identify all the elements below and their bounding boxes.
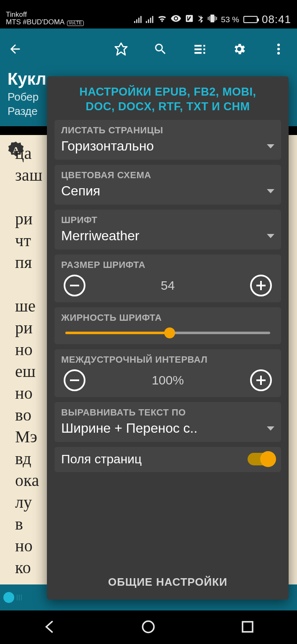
display-settings-button[interactable] (227, 36, 252, 62)
chevron-down-icon (267, 426, 274, 431)
vibrate-icon (208, 14, 217, 25)
overflow-button[interactable] (266, 36, 291, 62)
svg-point-2 (277, 52, 280, 55)
battery-icon (243, 16, 258, 23)
bluetooth-icon (198, 14, 204, 25)
page-margins-setting[interactable]: Поля страниц (54, 447, 281, 472)
line-spacing-setting: МЕЖДУСТРОЧНЫЙ ИНТЕРВАЛ 100% (54, 349, 281, 397)
search-button[interactable] (148, 36, 173, 62)
visibility-icon (171, 15, 181, 24)
back-button[interactable] (3, 36, 28, 62)
battery-percent: 53 % (221, 15, 239, 24)
font-size-decrease-button[interactable] (64, 275, 85, 296)
font-size-increase-button[interactable] (250, 275, 272, 296)
font-weight-slider[interactable] (65, 332, 270, 334)
page-flip-setting[interactable]: ЛИСТАТЬ СТРАНИЦЫ Горизонтально (54, 120, 281, 160)
svg-point-0 (277, 44, 280, 46)
font-size-label: РАЗМЕР ШРИФТА (61, 260, 274, 270)
svg-point-4 (143, 621, 154, 632)
text-align-value: Ширине + Перенос с.. (61, 421, 197, 436)
progress-ticks-icon (17, 595, 24, 600)
chevron-down-icon (267, 189, 274, 193)
page-flip-label: ЛИСТАТЬ СТРАНИЦЫ (61, 125, 274, 136)
color-scheme-setting[interactable]: ЦВЕТОВАЯ СХЕМА Сепия (54, 165, 281, 205)
general-settings-button[interactable]: ОБЩИЕ НАСТРОЙКИ (54, 566, 281, 600)
carrier-secondary: MTS #BUD'DOMA VoLTE (6, 18, 84, 26)
nav-home-button[interactable] (141, 619, 156, 636)
app-toolbar (0, 29, 297, 70)
font-family-setting[interactable]: ШРИФТ Merriweather (54, 210, 281, 249)
settings-title: НАСТРОЙКИ EPUB, FB2, MOBI, DOC, DOCX, RT… (54, 85, 281, 114)
line-spacing-decrease-button[interactable] (64, 369, 85, 391)
line-spacing-label: МЕЖДУСТРОЧНЫЙ ИНТЕРВАЛ (61, 354, 274, 365)
carrier-primary: Tinkoff (6, 11, 84, 18)
font-size-value: 54 (161, 278, 175, 293)
volte-badge: VoLTE (67, 21, 84, 26)
status-bar: Tinkoff MTS #BUD'DOMA VoLTE (0, 0, 297, 29)
line-spacing-value: 100% (152, 373, 184, 387)
font-weight-setting: ЖИРНОСТЬ ШРИФТА (54, 307, 281, 344)
nfc-icon (185, 14, 194, 25)
signal-2-icon (146, 16, 153, 23)
system-nav-bar (0, 610, 297, 644)
text-align-label: ВЫРАВНИВАТЬ ТЕКСТ ПО (61, 407, 274, 418)
page-flip-value: Горизонтально (61, 138, 154, 154)
chevron-down-icon (267, 234, 274, 238)
svg-point-1 (277, 48, 280, 50)
wifi-icon (158, 15, 167, 24)
status-clock: 08:41 (262, 13, 291, 26)
nav-back-button[interactable] (42, 619, 57, 636)
signal-1-icon (134, 16, 142, 23)
font-weight-label: ЖИРНОСТЬ ШРИФТА (61, 312, 274, 323)
font-family-label: ШРИФТ (61, 215, 274, 226)
page-margins-toggle[interactable] (248, 453, 274, 465)
slider-thumb-icon[interactable] (164, 327, 175, 338)
contents-button[interactable] (187, 36, 212, 62)
reader-settings-popover: НАСТРОЙКИ EPUB, FB2, MOBI, DOC, DOCX, RT… (47, 76, 289, 600)
font-family-value: Merriweather (61, 228, 139, 244)
chevron-down-icon (267, 144, 274, 148)
premium-button[interactable] (108, 36, 134, 62)
progress-thumb-icon[interactable] (3, 592, 14, 603)
svg-rect-5 (243, 622, 253, 632)
nav-recent-button[interactable] (240, 619, 255, 636)
line-spacing-increase-button[interactable] (250, 369, 272, 391)
font-size-setting: РАЗМЕР ШРИФТА 54 (54, 254, 281, 302)
page-margins-label: Поля страниц (61, 452, 142, 466)
text-align-setting[interactable]: ВЫРАВНИВАТЬ ТЕКСТ ПО Ширине + Перенос с.… (54, 402, 281, 442)
color-scheme-label: ЦВЕТОВАЯ СХЕМА (61, 170, 274, 181)
color-scheme-value: Сепия (61, 183, 100, 199)
